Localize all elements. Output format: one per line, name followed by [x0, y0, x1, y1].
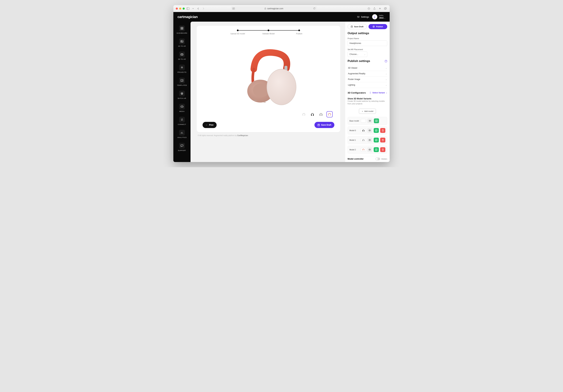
- sidebar-item-batch-ar[interactable]: BATCH AR: [175, 89, 189, 101]
- reload-icon[interactable]: [313, 7, 316, 10]
- model-controller-row: Model controller Hidden: [348, 156, 387, 160]
- publish-button[interactable]: Publish: [369, 24, 387, 29]
- model-swatch[interactable]: [361, 128, 366, 132]
- edit-button[interactable]: [374, 118, 379, 123]
- svg-rect-49: [375, 139, 377, 141]
- brand-logo: cartmagician: [178, 15, 198, 19]
- delete-button[interactable]: [380, 138, 385, 142]
- svg-rect-37: [318, 124, 320, 126]
- model-row-1: Model 1: [348, 136, 387, 144]
- add-model-button[interactable]: ＋ Add model: [359, 109, 376, 114]
- controller-toggle[interactable]: Hidden: [375, 158, 387, 160]
- svg-point-34: [321, 114, 322, 116]
- sidebar-item-2d-to-ar[interactable]: 2D TO AR: [175, 37, 189, 49]
- project-name-input[interactable]: [348, 40, 387, 46]
- templates-icon: [179, 77, 185, 83]
- sidebar-item-projects[interactable]: PROJECTS: [175, 63, 189, 75]
- sidebar-toggle-icon[interactable]: [186, 7, 190, 11]
- chevron-down-icon[interactable]: [191, 7, 195, 11]
- accordion-augmented-reality[interactable]: Augmented Reality⌄: [348, 71, 387, 76]
- visibility-button[interactable]: [367, 128, 372, 133]
- model-row-2: Model 2: [348, 146, 387, 154]
- svg-point-40: [370, 121, 370, 121]
- image-icon: [179, 38, 185, 44]
- variant-thumbnails: [301, 111, 333, 117]
- minimize-window-icon[interactable]: [179, 8, 181, 10]
- 3d-preview[interactable]: [203, 36, 334, 119]
- thumb-silver[interactable]: [301, 111, 307, 117]
- forward-icon[interactable]: [202, 7, 205, 11]
- settings-label: Settings: [361, 16, 369, 18]
- svg-rect-12: [181, 28, 182, 29]
- controller-label: Model controller: [348, 158, 364, 160]
- svg-rect-9: [385, 8, 386, 9]
- svg-rect-41: [376, 120, 377, 122]
- sidebar-item-media[interactable]: MEDIA: [175, 102, 189, 114]
- model-row-0: Model 0: [348, 126, 387, 134]
- publish-icon: [373, 25, 375, 28]
- new-tab-icon[interactable]: [378, 7, 382, 11]
- sidebar-item-templates[interactable]: TEMPLATES: [175, 76, 189, 88]
- svg-rect-11: [182, 27, 183, 28]
- edit-button[interactable]: [374, 128, 379, 133]
- save-draft-button[interactable]: Save Draft: [314, 122, 334, 128]
- edit-button[interactable]: [374, 138, 379, 142]
- thumb-black[interactable]: [309, 111, 316, 117]
- layers-icon: [179, 91, 185, 96]
- accordion-poster-image[interactable]: Poster Image⌄: [348, 76, 387, 82]
- publish-settings-heading: Publish settings: [348, 59, 370, 63]
- target-icon: [179, 64, 185, 70]
- stepper: Upload 3D model Validate Model Publish: [222, 29, 315, 35]
- svg-rect-53: [375, 149, 377, 151]
- sidebar-item-analytics[interactable]: ANALYTICS: [175, 128, 189, 140]
- delete-button[interactable]: [380, 128, 385, 133]
- visibility-button[interactable]: [367, 147, 372, 152]
- visibility-button[interactable]: [367, 138, 372, 142]
- panel-save-draft-button[interactable]: Save Draft: [348, 24, 367, 29]
- model-swatch[interactable]: [361, 138, 366, 142]
- sidebar-item-3d-to-ar[interactable]: 3D TO AR: [175, 50, 189, 62]
- model-swatch[interactable]: [361, 119, 366, 123]
- back-icon[interactable]: [196, 7, 200, 11]
- sidebar-nav: DASHBOARD 2D TO AR 3D TO AR PROJECTS TEM…: [173, 22, 191, 162]
- help-icon[interactable]: ?: [385, 60, 387, 63]
- tabs-icon[interactable]: [384, 7, 387, 11]
- sidebar-item-support[interactable]: SUPPORT: [175, 141, 189, 153]
- edit-button[interactable]: [374, 147, 379, 152]
- svg-point-16: [181, 55, 181, 55]
- ar-placement-select[interactable]: Choose... ⌄: [348, 51, 367, 57]
- settings-link[interactable]: Settings: [357, 16, 369, 18]
- accordion-lighting[interactable]: Lighting⌄: [348, 82, 387, 88]
- user-menu[interactable]: j Hello, Jess ⌄: [372, 14, 385, 19]
- accordion-3d-viewer[interactable]: 3D Viewer⌄: [348, 65, 387, 71]
- sidebar-item-dashboard[interactable]: DASHBOARD: [175, 24, 189, 36]
- svg-point-50: [362, 150, 363, 151]
- plus-icon: ＋: [361, 110, 363, 113]
- kebab-icon: ⋮: [369, 91, 371, 94]
- prev-button[interactable]: ← Prev: [203, 122, 217, 128]
- url-host: cartmagician.com: [267, 7, 283, 10]
- canvas-card: Upload 3D model Validate Model Publish: [197, 26, 340, 132]
- svg-point-36: [330, 114, 331, 116]
- app-shell: cartmagician Settings j Hello, Jess ⌄: [173, 12, 390, 162]
- save-icon: [318, 124, 320, 126]
- downloads-icon[interactable]: [367, 7, 371, 11]
- ar-placement-label: Set AR Placement: [348, 48, 387, 51]
- model-swatch[interactable]: [361, 148, 366, 152]
- maximize-window-icon[interactable]: [183, 8, 185, 10]
- swap-icon: [179, 117, 185, 123]
- svg-point-19: [182, 67, 182, 68]
- reader-icon[interactable]: [232, 8, 235, 10]
- visibility-button[interactable]: [367, 118, 372, 123]
- delete-button[interactable]: [380, 147, 385, 152]
- thumb-grey[interactable]: [318, 111, 324, 117]
- main-area: Upload 3D model Validate Model Publish: [191, 22, 390, 162]
- address-bar[interactable]: cartmagician.com: [231, 6, 317, 11]
- thumb-coral[interactable]: [326, 111, 333, 117]
- share-icon[interactable]: [372, 7, 376, 11]
- toggle-icon: [375, 158, 380, 160]
- svg-rect-45: [375, 130, 377, 131]
- sidebar-item-connect[interactable]: CONNECT: [175, 115, 189, 127]
- select-variant-link[interactable]: ⋮ Select Variant ⌄: [369, 91, 387, 94]
- close-window-icon[interactable]: [176, 8, 178, 10]
